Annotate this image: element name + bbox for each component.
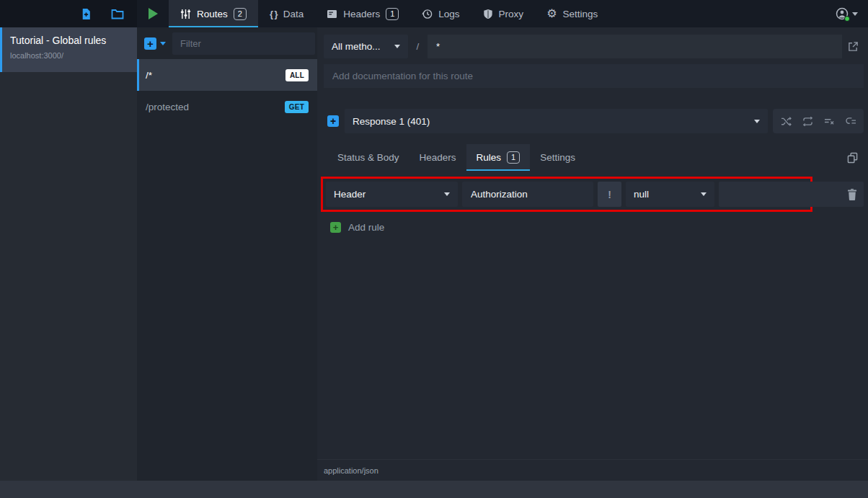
tab-response-headers[interactable]: Headers: [409, 144, 466, 171]
play-icon: [149, 8, 158, 19]
rule-operator-select[interactable]: null: [626, 182, 714, 207]
environments-sidebar: Tutorial - Global rules localhost:3000/: [0, 27, 137, 481]
rule-target-select[interactable]: Header: [326, 182, 458, 207]
start-server-area: [137, 0, 169, 27]
route-item-protected[interactable]: /protected GET: [137, 91, 317, 123]
routes-count-badge: 2: [234, 8, 247, 20]
fallback-icon: [846, 117, 856, 126]
tab-headers[interactable]: Headers 1: [315, 0, 410, 27]
rule-row: Header ! null: [321, 177, 868, 212]
tab-rules[interactable]: Rules 1: [466, 144, 531, 171]
tab-label: Status & Body: [337, 152, 399, 163]
tab-label: Settings: [540, 152, 575, 163]
rules-count-badge: 1: [507, 151, 520, 164]
add-rule-button[interactable]: Add rule: [330, 222, 868, 233]
chevron-down-icon: [701, 192, 707, 196]
chevron-down-icon: [754, 120, 760, 123]
chevron-down-icon: [852, 12, 858, 16]
headers-icon: [327, 9, 337, 19]
tab-logs[interactable]: Logs: [410, 0, 471, 27]
response-row: Response 1 (401): [324, 109, 864, 133]
content-type-label: application/json: [324, 466, 378, 475]
disable-rules-button[interactable]: [818, 109, 840, 133]
external-link-icon: [848, 41, 859, 52]
add-rule-label: Add rule: [348, 222, 384, 233]
sequential-response-button[interactable]: [797, 109, 818, 133]
folder-icon: [111, 9, 124, 19]
route-config-row: All metho... /: [324, 35, 864, 58]
top-menu-bar: Routes 2 Data Headers 1 Log: [0, 0, 868, 27]
route-documentation-input[interactable]: [324, 64, 864, 88]
new-environment-button[interactable]: [80, 8, 92, 20]
history-icon: [422, 9, 433, 19]
route-item-wildcard[interactable]: /* ALL: [137, 59, 317, 91]
method-badge-all: ALL: [285, 69, 309, 81]
plus-icon: [144, 37, 156, 50]
tab-settings[interactable]: Settings: [535, 0, 609, 27]
app-window: Routes 2 Data Headers 1 Log: [0, 0, 868, 498]
route-path-input[interactable]: [428, 35, 842, 58]
status-bar: [0, 481, 868, 498]
path-separator: /: [408, 41, 428, 52]
account-menu[interactable]: [836, 0, 868, 27]
open-route-button[interactable]: [842, 41, 864, 52]
headers-count-badge: 1: [386, 8, 399, 20]
chevron-down-icon: [160, 42, 166, 45]
route-detail-panel: All metho... / Response 1 (401): [317, 27, 868, 481]
rule-value-input[interactable]: [719, 182, 864, 207]
tab-proxy[interactable]: Proxy: [471, 0, 536, 27]
fallback-mode-button[interactable]: [840, 109, 862, 133]
chevron-down-icon: [394, 45, 400, 48]
trash-icon: [847, 189, 857, 200]
routes-toolbar: [137, 27, 317, 59]
duplicate-response-button[interactable]: [847, 152, 858, 164]
response-mode-buttons: [773, 109, 864, 133]
main-spacer: [317, 233, 868, 459]
delete-rule-button[interactable]: [847, 189, 857, 200]
response-footer: application/json: [317, 459, 868, 481]
chevron-down-icon: [444, 192, 450, 196]
method-badge-get: GET: [285, 101, 309, 113]
tab-data[interactable]: Data: [258, 0, 315, 27]
tab-label: Headers: [420, 152, 456, 163]
method-select-value: All metho...: [332, 41, 381, 52]
environment-name: Tutorial - Global rules: [10, 35, 128, 46]
annotation-highlight: Header ! null: [321, 177, 812, 212]
braces-icon: [270, 9, 278, 19]
list-x-icon: [824, 117, 835, 126]
response-select-value: Response 1 (401): [353, 116, 430, 127]
method-select[interactable]: All metho...: [324, 35, 408, 58]
tab-routes[interactable]: Routes 2: [169, 0, 258, 27]
presence-dot: [844, 16, 850, 22]
environment-host: localhost:3000/: [10, 51, 128, 60]
environment-item-selected[interactable]: Tutorial - Global rules localhost:3000/: [0, 27, 137, 72]
add-route-dropdown-button[interactable]: [144, 37, 166, 50]
routes-filter-input[interactable]: [172, 32, 315, 55]
rule-property-input[interactable]: [462, 182, 593, 207]
plus-icon: [330, 222, 341, 233]
open-environment-button[interactable]: [111, 9, 124, 19]
tabs-spacer: [585, 144, 847, 171]
add-response-button[interactable]: [327, 115, 339, 127]
tab-label: Headers: [343, 9, 380, 19]
tab-label: Logs: [438, 9, 459, 19]
tab-label: Rules: [477, 152, 502, 163]
route-path: /protected: [146, 102, 189, 112]
random-response-button[interactable]: [775, 109, 797, 133]
environment-actions: [0, 0, 137, 27]
rule-invert-button[interactable]: !: [598, 182, 621, 207]
shield-icon: [483, 9, 493, 19]
shuffle-icon: [781, 117, 792, 126]
account-icon: [836, 7, 849, 20]
copy-icon: [847, 152, 858, 164]
tab-status-body[interactable]: Status & Body: [327, 144, 409, 171]
start-server-button[interactable]: [149, 8, 158, 19]
gear-icon: [546, 8, 557, 19]
routes-panel: /* ALL /protected GET: [137, 27, 317, 481]
rule-target-value: Header: [334, 189, 366, 200]
route-path: /*: [146, 70, 152, 81]
tab-label: Proxy: [499, 9, 524, 19]
response-select[interactable]: Response 1 (401): [345, 109, 768, 133]
tab-label: Settings: [562, 9, 598, 19]
tab-response-settings[interactable]: Settings: [530, 144, 585, 171]
